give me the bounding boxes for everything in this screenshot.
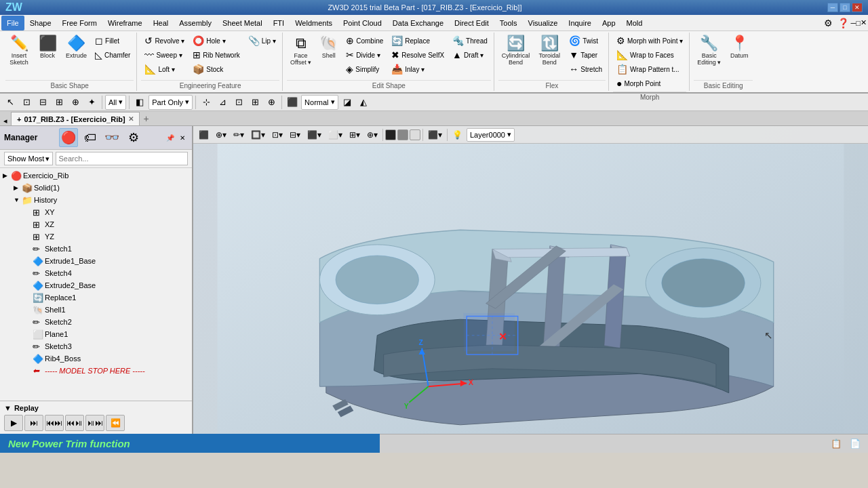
vp-btn-9[interactable]: ⊞▾: [347, 128, 363, 142]
vp-btn-8[interactable]: ⬜▾: [326, 128, 345, 142]
menu-pointcloud[interactable]: Point Cloud: [338, 16, 387, 30]
vp-btn-6[interactable]: ⊟▾: [287, 128, 303, 142]
tree-item-shell1[interactable]: 🐚Shell1: [0, 304, 192, 316]
tree-item-sketch1[interactable]: ✏Sketch1: [0, 243, 192, 255]
btn-shell[interactable]: 🐚 Shell: [316, 34, 341, 61]
vp-btn-5[interactable]: ⊡▾: [269, 128, 285, 142]
doc-tab-close[interactable]: ✕: [128, 115, 134, 123]
vp-btn-4[interactable]: 🔲▾: [248, 128, 268, 142]
replay-fast-fwd-btn[interactable]: ⏯⏭: [85, 415, 104, 431]
tree-item-replace1[interactable]: 🔄Replace1: [0, 291, 192, 304]
tree-item-xz[interactable]: ⊞XZ: [0, 218, 192, 230]
btn-extrude[interactable]: 🔷 Extrude: [62, 34, 90, 61]
replay-play-btn[interactable]: ▶: [4, 415, 23, 431]
sidebar-pin-btn[interactable]: 📌: [165, 132, 176, 143]
select-btn[interactable]: ↖: [3, 95, 18, 110]
new-tab-btn[interactable]: +: [140, 112, 153, 125]
snap5-btn[interactable]: ⊕: [264, 95, 279, 110]
btn-morph-point[interactable]: ● Morph Point: [613, 77, 686, 90]
btn-cylindrical-bend[interactable]: 🔄 CylindricalBend: [498, 34, 534, 68]
btn-morph-with-point[interactable]: ⚙ Morph with Point ▾: [613, 34, 686, 47]
btn-lip[interactable]: 📎 Lip ▾: [245, 34, 279, 47]
vp-btn-3[interactable]: ✏▾: [231, 128, 247, 142]
tree-item-xy[interactable]: ⊞XY: [0, 206, 192, 218]
menu-assembly[interactable]: Assembly: [174, 16, 217, 30]
btn-wrap-pattern[interactable]: 📋 Wrap Pattern t...: [613, 62, 686, 76]
btn-loft[interactable]: 📐 Loft ▾: [141, 62, 188, 76]
menu-app[interactable]: App: [597, 16, 621, 30]
filter-input[interactable]: [56, 152, 188, 165]
tree-item-rib4_boss[interactable]: 🔷Rib4_Boss: [0, 352, 192, 365]
btn-toroidal-bend[interactable]: 🔃 ToroidalBend: [534, 34, 564, 68]
btn-inlay[interactable]: 📥 Inlay ▾: [388, 62, 448, 76]
btn-wrap-to-faces[interactable]: 📐 Wrap to Faces: [613, 48, 686, 62]
btn-insert-sketch[interactable]: ✏️ InsertSketch: [5, 34, 33, 68]
menu-sheetmetal[interactable]: Sheet Metal: [217, 16, 268, 30]
vp-btn-7[interactable]: ⬛▾: [304, 128, 324, 142]
btn-face-offset[interactable]: ⧉ FaceOffset ▾: [287, 34, 315, 68]
btn-draft[interactable]: ▲ Draft ▾: [449, 48, 491, 62]
replay-rewind-btn[interactable]: ⏪: [106, 415, 125, 431]
vp-color-black[interactable]: [385, 129, 396, 140]
sidebar-tab-settings[interactable]: ⚙: [124, 128, 143, 147]
btn-stretch[interactable]: ↔ Stretch: [566, 62, 606, 76]
part-mode-btn[interactable]: ◧: [132, 95, 147, 110]
vp-color-gray[interactable]: [397, 129, 408, 140]
btn-taper[interactable]: ▼ Taper: [566, 48, 606, 62]
normal-dropdown[interactable]: Normal ▾: [301, 95, 338, 110]
replay-step-back-btn[interactable]: ⏮⏭: [45, 415, 64, 431]
btn-block[interactable]: ⬛ Block: [34, 34, 61, 61]
vp-color-light[interactable]: [410, 129, 420, 140]
snap3-btn[interactable]: ⊡: [231, 95, 246, 110]
tree-item-model_stop[interactable]: ⬅----- MODEL STOP HERE -----: [0, 365, 192, 377]
close-button[interactable]: ✕: [852, 3, 863, 12]
tree-item-plane1[interactable]: ⬜Plane1: [0, 328, 192, 340]
menu-visualize[interactable]: Visualize: [523, 16, 564, 30]
filter-all-dropdown[interactable]: All ▾: [105, 95, 126, 110]
menu-freeform[interactable]: Free Form: [57, 16, 102, 30]
view3-btn[interactable]: ◭: [356, 95, 371, 110]
btn-twist[interactable]: 🌀 Twist: [566, 34, 606, 47]
minimize-button[interactable]: ─: [827, 3, 838, 12]
select2-btn[interactable]: ⊡: [19, 95, 34, 110]
btn-thread[interactable]: 🔩 Thread: [449, 34, 491, 47]
3d-model-area[interactable]: Z X Y ✕: [193, 144, 868, 434]
btn-fillet[interactable]: ◻ Fillet: [92, 34, 134, 47]
tree-item-extrude2_base[interactable]: 🔷Extrude2_Base: [0, 279, 192, 291]
vp-btn-11[interactable]: ⬛▾: [425, 128, 445, 142]
menu-directedit[interactable]: Direct Edit: [449, 16, 494, 30]
tree-item-yz[interactable]: ⊞YZ: [0, 230, 192, 243]
btn-divide[interactable]: ✂ Divide ▾: [342, 48, 387, 62]
btn-rib-network[interactable]: ⊞ Rib Network: [189, 48, 243, 62]
btn-datum[interactable]: 📍 Datum: [726, 34, 753, 61]
ribbon-close-button[interactable]: ✕: [861, 18, 867, 27]
btn-simplify[interactable]: ◈ Simplify: [342, 62, 387, 76]
snap2-btn[interactable]: ⊿: [215, 95, 230, 110]
help-icon[interactable]: ❓: [836, 16, 851, 30]
maximize-button[interactable]: □: [840, 3, 850, 12]
menu-tools[interactable]: Tools: [494, 16, 523, 30]
tree-item-extrude1_base[interactable]: 🔷Extrude1_Base: [0, 255, 192, 267]
layer-dropdown[interactable]: Layer0000 ▾: [467, 128, 515, 142]
vp-btn-2[interactable]: ⊕▾: [213, 128, 229, 142]
status-icon-1[interactable]: 📋: [829, 436, 844, 451]
snap1-btn[interactable]: ⊹: [199, 95, 214, 110]
sidebar-tab-parts[interactable]: 🔴: [59, 128, 78, 147]
sidebar-tab-view[interactable]: 👓: [102, 128, 121, 147]
vp-btn-10[interactable]: ⊕▾: [364, 128, 380, 142]
menu-heal[interactable]: Heal: [148, 16, 174, 30]
replay-header[interactable]: ▼ Replay: [4, 404, 188, 412]
btn-chamfer[interactable]: ◺ Chamfer: [92, 48, 134, 62]
settings-icon[interactable]: ⚙: [821, 16, 836, 30]
menu-file[interactable]: File: [1, 16, 24, 30]
tree-item-history[interactable]: ▼📁History: [0, 194, 192, 206]
tree-item-solid1[interactable]: ▶📦Solid(1): [0, 182, 192, 194]
vp-light-icon[interactable]: 💡: [450, 128, 465, 142]
btn-combine[interactable]: ⊕ Combine: [342, 34, 387, 47]
select6-btn[interactable]: ✦: [84, 95, 99, 110]
btn-resolve-selfx[interactable]: ✖ Resolve SelfX: [388, 48, 448, 62]
btn-stock[interactable]: 📦 Stock: [189, 62, 243, 76]
menu-dataexchange[interactable]: Data Exchange: [387, 16, 449, 30]
replay-step-fwd-btn[interactable]: ⏮⏯: [65, 415, 84, 431]
nav-back-btn[interactable]: ◂: [0, 117, 11, 125]
